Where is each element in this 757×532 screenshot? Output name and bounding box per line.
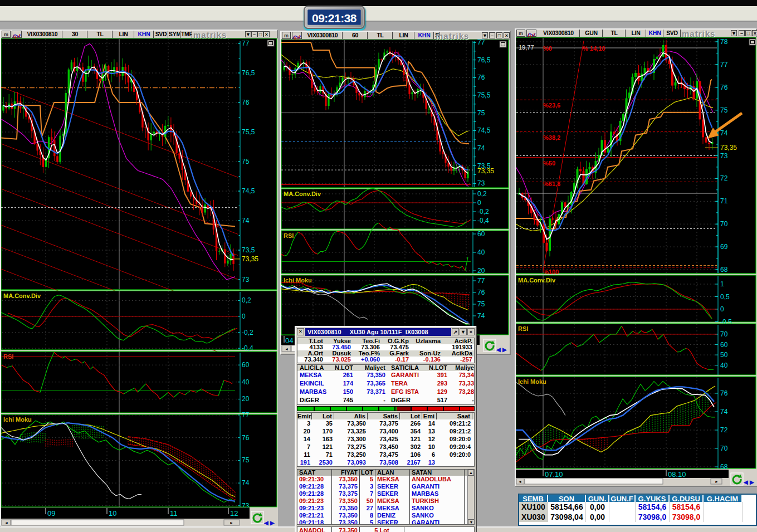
svg-text:77: 77 <box>477 40 485 46</box>
svg-text:MA.Conv.Div: MA.Conv.Div <box>518 277 556 284</box>
svg-text:-0,4: -0,4 <box>477 217 489 224</box>
svg-text:MA.Conv.Div: MA.Conv.Div <box>3 292 41 299</box>
svg-text:77: 77 <box>477 277 485 285</box>
svg-text:75: 75 <box>242 158 250 165</box>
svg-text:76: 76 <box>477 289 485 296</box>
svg-text:77: 77 <box>242 40 250 47</box>
svg-text:77: 77 <box>720 61 728 69</box>
svg-text:77: 77 <box>242 411 250 419</box>
svg-text:►: ► <box>715 480 719 484</box>
svg-text:0: 0 <box>477 199 481 207</box>
svg-text:75,5: 75,5 <box>477 91 491 99</box>
svg-text:74,5: 74,5 <box>242 187 255 195</box>
svg-text:76,5: 76,5 <box>477 56 491 64</box>
svg-text:10: 10 <box>109 509 116 518</box>
svg-text:20: 20 <box>242 395 250 403</box>
svg-text:70: 70 <box>720 330 728 338</box>
svg-text:75: 75 <box>477 109 485 117</box>
svg-text:1: 1 <box>720 280 724 288</box>
svg-text:-0,2: -0,2 <box>477 208 489 216</box>
svg-text:▶: ▶ <box>270 520 275 526</box>
svg-text:0: 0 <box>720 305 724 313</box>
svg-text:73: 73 <box>477 179 485 187</box>
svg-text:% 14,10: % 14,10 <box>583 45 605 52</box>
svg-text:68: 68 <box>720 266 728 274</box>
svg-text:73,35: 73,35 <box>242 255 258 263</box>
svg-text:73: 73 <box>242 276 250 284</box>
svg-text:40: 40 <box>242 378 250 386</box>
svg-text:▶: ▶ <box>749 479 755 485</box>
svg-text:◄: ◄ <box>4 521 8 525</box>
svg-text:76: 76 <box>477 74 485 81</box>
svg-text:72: 72 <box>720 426 728 434</box>
svg-text:75: 75 <box>242 456 250 464</box>
svg-text:RSI: RSI <box>3 353 13 360</box>
svg-text:76: 76 <box>720 84 728 91</box>
svg-text:71: 71 <box>720 197 728 205</box>
svg-text:◄: ◄ <box>518 480 522 484</box>
svg-text:RSI: RSI <box>518 325 528 332</box>
svg-text:20: 20 <box>477 267 485 275</box>
svg-text:%0: %0 <box>543 45 552 52</box>
svg-text:%38,2: %38,2 <box>543 134 560 141</box>
svg-text:73: 73 <box>720 152 728 160</box>
svg-text:Ichi Moku: Ichi Moku <box>518 378 546 385</box>
svg-text:70: 70 <box>720 445 728 452</box>
svg-text:74: 74 <box>242 217 250 224</box>
svg-text:50: 50 <box>720 351 728 359</box>
svg-text:0,5: 0,5 <box>720 293 730 301</box>
svg-text:72: 72 <box>720 174 728 182</box>
svg-text:%61,8: %61,8 <box>543 180 560 187</box>
svg-text:RSI: RSI <box>284 232 294 239</box>
svg-text:76: 76 <box>720 389 728 397</box>
svg-text:70: 70 <box>720 220 728 228</box>
svg-text:-0,2: -0,2 <box>242 329 253 336</box>
svg-text:Ichi Moku: Ichi Moku <box>284 277 312 284</box>
svg-text:74: 74 <box>242 479 250 487</box>
svg-text:◀: ◀ <box>743 479 748 485</box>
svg-text:68: 68 <box>720 463 728 471</box>
svg-text:04: 04 <box>285 336 293 345</box>
svg-text:74: 74 <box>720 408 728 416</box>
svg-text:◄: ◄ <box>285 347 289 351</box>
svg-text:60: 60 <box>242 361 250 369</box>
svg-text:08.10: 08.10 <box>668 470 686 479</box>
svg-text:75,5: 75,5 <box>242 128 255 136</box>
svg-text:0: 0 <box>242 313 246 320</box>
svg-text:0,2: 0,2 <box>477 190 487 198</box>
svg-text:▶: ▶ <box>502 346 507 353</box>
svg-text:%23,6: %23,6 <box>543 102 560 109</box>
svg-text:◀: ◀ <box>496 346 501 353</box>
svg-text:09: 09 <box>47 509 55 518</box>
svg-text:MA.Conv.Div: MA.Conv.Div <box>284 191 321 197</box>
svg-text:69: 69 <box>720 243 728 251</box>
svg-text:40: 40 <box>720 362 728 369</box>
svg-text:◀: ◀ <box>263 520 268 526</box>
svg-text:Ichi Moku: Ichi Moku <box>3 416 32 423</box>
svg-text:76: 76 <box>242 99 250 106</box>
svg-text:%100: %100 <box>543 269 559 275</box>
svg-text:►: ► <box>229 521 233 525</box>
svg-text:76: 76 <box>242 434 250 442</box>
svg-text:74,5: 74,5 <box>477 126 491 134</box>
svg-text:12: 12 <box>230 509 238 518</box>
svg-text:75: 75 <box>720 106 728 114</box>
svg-text:74: 74 <box>720 129 728 137</box>
svg-text:74: 74 <box>477 144 485 152</box>
svg-text:73,35: 73,35 <box>720 144 737 152</box>
svg-text:75: 75 <box>477 300 485 308</box>
svg-text:60: 60 <box>720 341 728 349</box>
svg-text:19,77: 19,77 <box>519 44 534 51</box>
svg-text:74: 74 <box>477 312 485 320</box>
svg-text:73,5: 73,5 <box>242 246 255 254</box>
svg-text:0,2: 0,2 <box>242 296 251 304</box>
svg-text:73,35: 73,35 <box>477 167 494 175</box>
svg-text:40: 40 <box>477 248 485 256</box>
svg-text:-0,4: -0,4 <box>242 344 253 352</box>
svg-text:60: 60 <box>477 230 485 238</box>
svg-text:11: 11 <box>170 509 178 518</box>
svg-text:76,5: 76,5 <box>242 69 255 77</box>
svg-text:07.10: 07.10 <box>545 470 563 479</box>
svg-text:78: 78 <box>720 38 728 46</box>
svg-text:%50: %50 <box>543 160 555 167</box>
